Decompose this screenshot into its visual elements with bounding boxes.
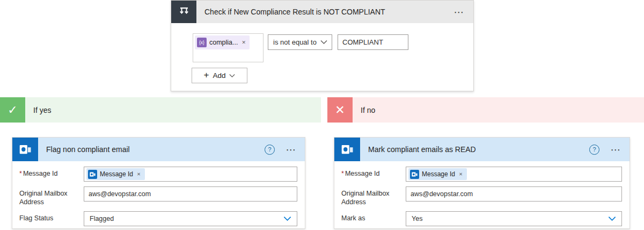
add-condition-button[interactable]: + Add xyxy=(192,68,247,83)
action-menu-icon[interactable]: ⋯ xyxy=(278,138,305,161)
token-remove-icon[interactable]: ✕ xyxy=(241,39,247,46)
token-label: Message Id xyxy=(100,170,133,178)
mark-as-dropdown[interactable]: Yes xyxy=(406,211,622,226)
flag-status-selected-value: Flagged xyxy=(90,215,283,222)
message-id-row: *Message Id Message Id ✕ xyxy=(341,167,622,182)
flag-status-label: Flag Status xyxy=(19,211,84,226)
outlook-icon xyxy=(88,170,97,179)
action-card-title: Flag non compliant email xyxy=(38,138,265,161)
flag-status-dropdown[interactable]: Flagged xyxy=(84,211,297,226)
outlook-icon xyxy=(12,138,38,161)
action-card-title: Mark compliant emails as READ xyxy=(360,138,589,161)
message-id-input[interactable]: Message Id ✕ xyxy=(84,167,297,182)
condition-left-operand-field[interactable]: {x} complia... ✕ xyxy=(193,33,264,62)
action-card-body: *Message Id Message Id ✕ Original Mai xyxy=(334,161,630,226)
action-card-body: *Message Id Message Id ✕ Original Mai xyxy=(12,161,305,226)
message-id-label: *Message Id xyxy=(19,167,84,182)
help-icon[interactable]: ? xyxy=(589,145,599,155)
mark-as-label: Mark as xyxy=(341,211,406,226)
token-label: Message Id xyxy=(422,170,455,178)
required-asterisk: * xyxy=(19,170,22,177)
expression-icon: {x} xyxy=(197,38,207,47)
message-id-token[interactable]: Message Id ✕ xyxy=(86,168,145,180)
token-remove-icon[interactable]: ✕ xyxy=(136,171,142,177)
check-icon: ✓ xyxy=(0,97,25,123)
chevron-down-icon xyxy=(320,40,327,45)
condition-title: Check if New Compliance Result is NOT CO… xyxy=(196,1,445,23)
outlook-icon xyxy=(334,138,360,161)
action-card-header[interactable]: Mark compliant emails as READ ? ⋯ xyxy=(334,138,630,161)
chevron-down-icon xyxy=(283,216,291,221)
condition-card: Check if New Compliance Result is NOT CO… xyxy=(171,0,474,91)
operator-selected-value: is not equal to xyxy=(273,38,320,46)
if-yes-label: If yes xyxy=(33,106,51,114)
message-id-label: *Message Id xyxy=(341,167,406,182)
condition-operator-dropdown[interactable]: is not equal to xyxy=(268,34,332,50)
condition-card-header[interactable]: Check if New Compliance Result is NOT CO… xyxy=(171,1,473,23)
mark-read-action-card: Mark compliant emails as READ ? ⋯ *Messa… xyxy=(334,137,630,229)
cross-icon: ✕ xyxy=(327,97,353,123)
if-no-branch-banner: ✕ If no xyxy=(327,97,644,123)
outlook-icon xyxy=(410,170,419,179)
mailbox-input[interactable] xyxy=(84,186,297,202)
message-id-row: *Message Id Message Id ✕ xyxy=(19,167,297,182)
if-no-label: If no xyxy=(361,106,375,114)
mark-as-selected-value: Yes xyxy=(412,215,608,222)
flag-status-row: Flag Status Flagged xyxy=(19,211,297,226)
flag-email-action-card: Flag non compliant email ? ⋯ *Message Id… xyxy=(12,137,305,229)
required-asterisk: * xyxy=(341,170,344,177)
token-label: complia... xyxy=(209,39,238,46)
message-id-token[interactable]: Message Id ✕ xyxy=(408,168,467,180)
flow-designer-canvas: Check if New Compliance Result is NOT CO… xyxy=(0,0,644,230)
condition-value-input[interactable] xyxy=(338,34,408,50)
mailbox-label: Original Mailbox Address xyxy=(341,186,406,206)
condition-menu-icon[interactable]: ⋯ xyxy=(445,1,473,23)
message-id-input[interactable]: Message Id ✕ xyxy=(406,167,622,182)
mailbox-row: Original Mailbox Address xyxy=(341,186,622,206)
mailbox-input[interactable] xyxy=(406,186,622,202)
plus-icon: + xyxy=(204,70,209,81)
mailbox-label: Original Mailbox Address xyxy=(19,186,84,206)
condition-icon xyxy=(171,1,196,23)
action-card-header[interactable]: Flag non compliant email ? ⋯ xyxy=(12,138,305,161)
add-button-label: Add xyxy=(213,71,225,80)
chevron-down-icon xyxy=(229,74,235,78)
dynamic-content-token[interactable]: {x} complia... ✕ xyxy=(195,35,250,49)
mark-as-row: Mark as Yes xyxy=(341,211,622,226)
chevron-down-icon xyxy=(608,216,616,221)
help-icon[interactable]: ? xyxy=(265,145,275,155)
mailbox-row: Original Mailbox Address xyxy=(19,186,297,206)
token-remove-icon[interactable]: ✕ xyxy=(458,171,464,177)
action-menu-icon[interactable]: ⋯ xyxy=(603,138,630,161)
if-yes-branch-banner: ✓ If yes xyxy=(0,97,321,123)
